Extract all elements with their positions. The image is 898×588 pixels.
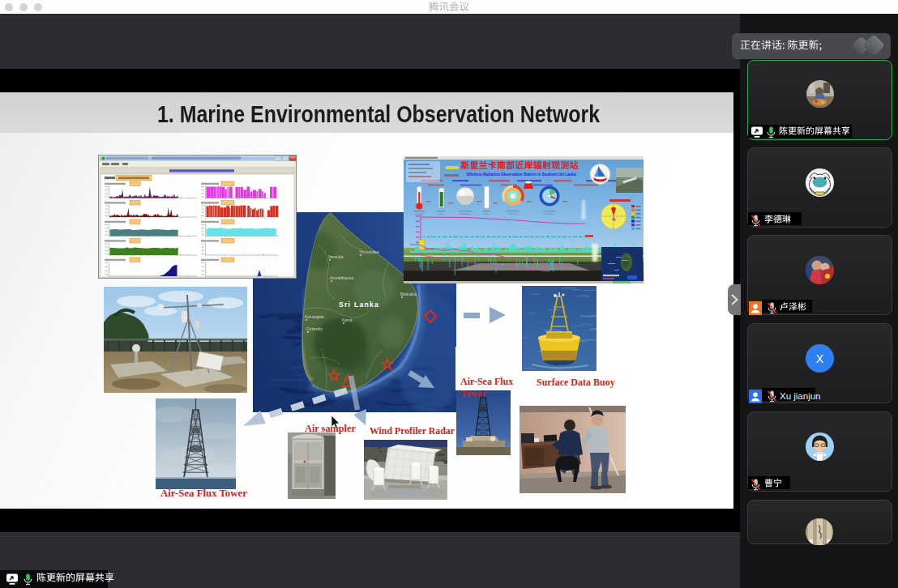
svg-text:Offshore Radiation Observation: Offshore Radiation Observation Station i… bbox=[466, 173, 575, 177]
svg-text:X: X bbox=[816, 352, 824, 365]
